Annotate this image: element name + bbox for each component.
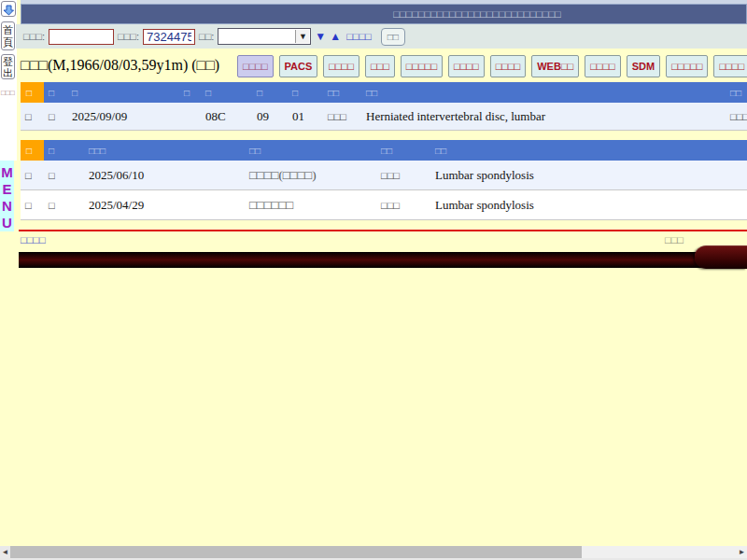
name-label: □□:: [199, 31, 214, 42]
visit-row-select[interactable]: □: [21, 111, 44, 122]
history-diagnosis: Lumbar spondylosis: [430, 198, 747, 213]
visit-diagnosis: Herniated intervertebral disc, lumbar: [361, 109, 726, 124]
history-row-select[interactable]: □: [21, 200, 44, 211]
chart-number-label: □□□:: [23, 31, 45, 42]
query-go-button[interactable]: □□: [381, 28, 405, 46]
red-divider: [19, 230, 747, 231]
history-table-row[interactable]: □ □ 2025/06/10 □□□□(□□□□) □□□ Lumbar spo…: [21, 161, 747, 190]
visit-doctor-code: 09: [252, 109, 288, 124]
patient-summary: □□□(M,1966/08/03,59y1m) (□□): [21, 57, 219, 74]
visit-table-header: □ □ □ □ □ □ □ □□ □□ □□: [21, 82, 747, 103]
visit-session: 01: [288, 109, 323, 124]
home-button[interactable]: 首頁: [1, 21, 15, 50]
history-header-cell: □□□: [84, 146, 245, 156]
toolbar-button-4[interactable]: □□□□□: [401, 55, 443, 77]
record-number-input[interactable]: [143, 29, 195, 45]
patient-select[interactable]: ▼: [218, 28, 311, 45]
visit-header-cell: □: [288, 88, 323, 98]
function-toolbar: □□□□ PACS □□□□ □□□ □□□□□ □□□□ □□□□ WEB□□…: [237, 54, 747, 78]
toolbar-button-sdm[interactable]: SDM: [627, 55, 660, 77]
history-doctor: □□□: [376, 170, 430, 181]
window-title-bar: □□□□□□□□□□□□□□□□□□□□□□□□□□□: [21, 4, 747, 24]
toolbar-button-6[interactable]: □□□□: [490, 55, 527, 77]
history-department: □□□□(□□□□): [245, 168, 376, 183]
history-date: 2025/06/10: [84, 168, 245, 183]
select-dropdown-icon[interactable]: ▼: [295, 30, 309, 43]
history-header-cell: □□: [245, 146, 376, 156]
history-header-cell: □□: [430, 146, 747, 156]
visit-status: □□□: [323, 111, 361, 122]
history-table-header: □ □ □□□ □□ □□ □□: [21, 140, 747, 161]
visit-dept-code: 08C: [201, 109, 252, 124]
menu-letter: N: [0, 198, 14, 215]
sort-link[interactable]: □□□□: [346, 31, 372, 42]
menu-letter: U: [0, 215, 14, 231]
down-arrow-icon: [4, 3, 14, 19]
visit-header-cell: □: [201, 88, 252, 98]
history-row-flag[interactable]: □: [44, 200, 84, 211]
toolbar-button-web[interactable]: WEB□□: [531, 55, 579, 77]
history-doctor: □□□: [376, 200, 430, 211]
history-date: 2025/04/29: [84, 198, 245, 213]
visit-header-cell: □□: [361, 88, 726, 98]
toolbar-button-5[interactable]: □□□□: [448, 55, 485, 77]
visit-header-corner: □: [21, 82, 44, 103]
maroon-banner: [19, 252, 747, 268]
history-row-flag[interactable]: □: [44, 170, 84, 181]
visit-header-cell: □□: [726, 88, 747, 98]
scrollbar-thumb[interactable]: [10, 546, 582, 558]
toolbar-button-11[interactable]: □□□□: [713, 55, 747, 77]
record-number-label: □□□:: [118, 31, 139, 42]
rail-mini-label: □□□: [1, 89, 15, 97]
history-header-cell: □: [44, 146, 84, 156]
banner-tab[interactable]: [695, 245, 747, 269]
query-form-row: □□□: □□□: □□: ▼ ▼ ▲ □□□□ □□: [16, 24, 747, 49]
history-table-row[interactable]: □ □ 2025/04/29 □□□□□□ □□□ Lumbar spondyl…: [21, 190, 747, 220]
history-department: □□□□□□: [245, 198, 376, 213]
footer-right-label: □□□: [665, 234, 684, 245]
history-header-corner: □: [21, 140, 44, 161]
visit-row-flag[interactable]: □: [44, 111, 67, 122]
prev-record-icon[interactable]: ▼: [315, 31, 326, 42]
menu-letter: M: [0, 164, 14, 181]
scroll-right-arrow-icon[interactable]: ►: [737, 546, 747, 558]
menu-toggle[interactable]: M E N U: [0, 161, 14, 231]
toolbar-button-8[interactable]: □□□□: [585, 55, 621, 77]
visit-table-row[interactable]: □ □ 2025/09/09 08C 09 01 □□□ Herniated i…: [21, 103, 747, 131]
window-title: □□□□□□□□□□□□□□□□□□□□□□□□□□□: [393, 8, 560, 20]
toolbar-button-3[interactable]: □□□: [365, 55, 395, 77]
footer-left-link[interactable]: □□□□: [21, 234, 46, 245]
horizontal-scrollbar[interactable]: ◄ ►: [0, 546, 747, 558]
history-header-cell: □□: [376, 146, 430, 156]
history-diagnosis: Lumbar spondylosis: [430, 168, 747, 183]
collapse-button[interactable]: [1, 1, 16, 17]
visit-header-cell: □: [67, 88, 179, 98]
history-row-select[interactable]: □: [21, 170, 44, 181]
visit-header-cell: □: [179, 88, 201, 98]
visit-header-cell: □□: [323, 88, 361, 98]
logout-button[interactable]: 登出: [1, 54, 15, 79]
visit-header-cell: □: [44, 88, 67, 98]
visit-action[interactable]: □□□: [726, 111, 747, 122]
toolbar-button-10[interactable]: □□□□□: [666, 55, 708, 77]
toolbar-button-pacs[interactable]: PACS: [279, 55, 318, 77]
toolbar-button-2[interactable]: □□□□: [323, 55, 359, 77]
visit-header-cell: □: [252, 88, 288, 98]
menu-letter: E: [0, 181, 14, 198]
next-record-icon[interactable]: ▲: [330, 31, 341, 42]
toolbar-button-0[interactable]: □□□□: [237, 55, 274, 77]
chart-number-input[interactable]: [49, 29, 114, 45]
scroll-left-arrow-icon[interactable]: ◄: [0, 546, 10, 558]
visit-date: 2025/09/09: [67, 109, 179, 124]
